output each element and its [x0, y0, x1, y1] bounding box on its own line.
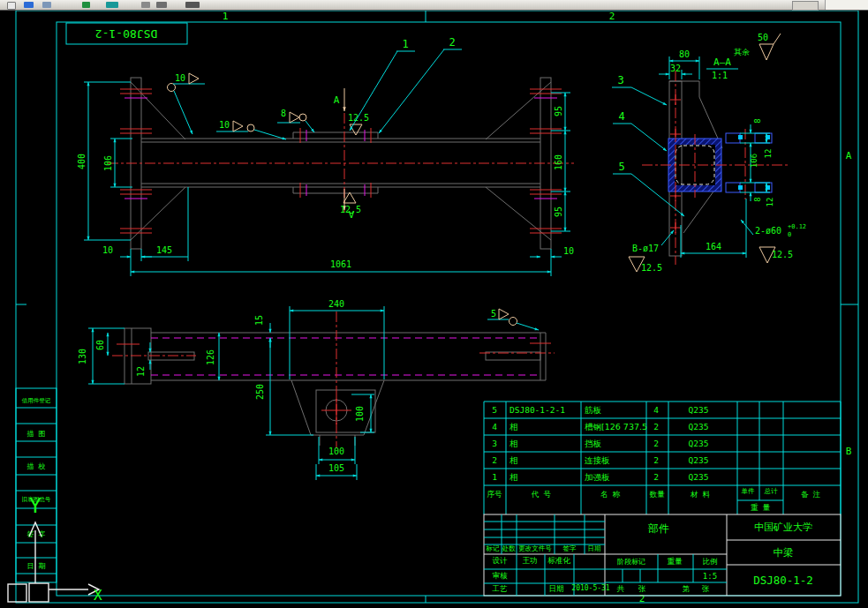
dim-12-bottom: 12	[766, 198, 774, 207]
balloon-2: 2	[449, 36, 455, 49]
svg-text:2: 2	[653, 439, 659, 448]
svg-text:筋板: 筋板	[585, 405, 602, 415]
plot-preview-icon[interactable]	[106, 2, 118, 8]
bom-header-qty: 数量	[650, 490, 666, 499]
roughness-50: 50	[758, 33, 768, 42]
design-name: 王功	[523, 556, 538, 565]
field-date: 日 期	[27, 562, 46, 570]
section-mark-top: A	[334, 94, 340, 106]
command-panel	[825, 0, 868, 10]
weld-size-5: 5	[491, 309, 496, 319]
qiyu-label: 其余	[734, 48, 750, 56]
margin-field-column: 借用件登记 描 图 描 校 旧底图总号 签 字 日 期	[16, 388, 57, 582]
craft-label: 工艺	[492, 584, 509, 593]
dim-12-top: 12	[764, 149, 773, 159]
svg-text:5: 5	[492, 405, 497, 415]
general-roughness-note: 其余 50	[734, 33, 781, 60]
detail-view-geometry[interactable]	[642, 71, 789, 265]
note-b-d17: B-ø17	[632, 244, 659, 253]
svg-text:4: 4	[653, 405, 659, 415]
dim-240: 240	[328, 299, 344, 309]
svg-text:1: 1	[492, 472, 497, 482]
dim-164: 164	[706, 242, 721, 251]
stage-label: 阶段标记	[617, 558, 645, 566]
bom-row: 1 相 加强板 2 Q235	[492, 472, 708, 482]
sheets-unit2: 张	[702, 584, 710, 593]
svg-text:Q235: Q235	[689, 422, 709, 432]
dim-160: 160	[554, 154, 563, 170]
dim-100-vert: 100	[355, 406, 365, 422]
dim-126: 126	[206, 349, 215, 365]
balloon-3: 3	[617, 74, 623, 86]
model-space-canvas[interactable]: 1 2 2 A B DSJ80-1-2 其余 50	[0, 0, 868, 608]
dim-106-detail: 106	[750, 154, 759, 168]
title-block: 标记 处数 更改文件号 签字 日期 设计 王功 标准化 审核 工艺 日期 阶段标…	[484, 514, 841, 596]
bom-row: 5 DSJ80-1-2-1 筋板 4 Q235	[492, 405, 708, 415]
section-rough-top: 12.5	[348, 113, 369, 123]
dim-60: 60	[95, 340, 105, 350]
bom-row: 4 相 槽钢[126 737.5 2 Q235	[492, 422, 708, 432]
weld-symbol-plan: 5	[487, 309, 539, 330]
svg-text:Q235: Q235	[689, 455, 709, 465]
zone-label-1: 1	[223, 11, 229, 22]
svg-text:相: 相	[509, 472, 518, 482]
svg-text:3: 3	[492, 439, 497, 448]
dim-400: 400	[77, 154, 87, 169]
weld-size-1: 10	[175, 73, 185, 83]
zoom-button[interactable]	[792, 1, 819, 11]
main-view-geometry[interactable]	[108, 78, 574, 249]
bom-table: 5 DSJ80-1-2-1 筋板 4 Q235 4 相 槽钢[126 737.5…	[484, 402, 841, 514]
sheets-unit1: 张	[638, 584, 646, 593]
dim-1061: 1061	[330, 259, 351, 269]
bom-header-weight: 重 量	[751, 503, 771, 512]
undo-icon[interactable]	[141, 2, 150, 8]
svg-text:4: 4	[492, 422, 497, 432]
svg-text:挡板: 挡板	[585, 439, 602, 448]
svg-text:加强板: 加强板	[585, 472, 610, 482]
dim-130: 130	[78, 349, 87, 364]
ucs-icon: Y X	[8, 494, 102, 604]
zone-label-a: A	[846, 150, 852, 161]
plan-view-geometry[interactable]	[112, 312, 555, 448]
svg-text:Q235: Q235	[689, 439, 709, 448]
bom-header-unit: 单件	[742, 487, 756, 495]
svg-text:DSJ80-1-2-1: DSJ80-1-2-1	[509, 405, 565, 415]
drawing-number: DSJ80-1-2	[753, 574, 813, 587]
scale-value: 1:5	[703, 572, 717, 581]
rev-date-label: 日期	[588, 544, 601, 552]
zone-label-2-top: 2	[609, 11, 615, 22]
weld-size-2: 10	[219, 120, 230, 130]
section-cut-marks: A A 12.5 12.5	[334, 88, 369, 220]
pan-icon[interactable]	[185, 2, 200, 8]
note-2xd60-rough: 12.5	[772, 250, 793, 259]
bom-header-remark: 备 注	[801, 490, 821, 499]
field-trace-check: 描 校	[27, 462, 46, 470]
design-label: 设计	[493, 556, 509, 565]
part-name: 中梁	[774, 546, 794, 559]
dim-106: 106	[103, 155, 113, 171]
note-2xd60-tol-dn: 0	[788, 231, 791, 238]
balloon-5: 5	[618, 161, 624, 173]
save-icon[interactable]	[42, 2, 51, 8]
dim-250: 250	[255, 384, 265, 400]
dim-8-bottom: 8	[753, 197, 762, 201]
bom-header-name: 名 称	[600, 490, 621, 499]
svg-text:2: 2	[653, 422, 659, 432]
date-label: 日期	[549, 584, 564, 593]
redo-icon[interactable]	[156, 2, 167, 8]
dim-12-plan: 12	[136, 366, 146, 377]
check-label: 审核	[493, 571, 509, 580]
print-icon[interactable]	[82, 2, 90, 8]
field-trace-drawing: 描 图	[27, 430, 46, 438]
rev-mark-label: 标记	[486, 544, 501, 552]
cad-window: 1 2 2 A B DSJ80-1-2 其余 50	[0, 0, 868, 608]
detail-view-label: A—A 1:1	[706, 56, 738, 80]
new-file-icon[interactable]	[7, 2, 16, 10]
svg-text:连接板: 连接板	[585, 455, 610, 465]
open-file-icon[interactable]	[24, 2, 34, 8]
weight-label: 重量	[668, 557, 683, 566]
sheets-total-label: 共	[616, 584, 625, 593]
bom-row: 3 相 挡板 2 Q235	[492, 439, 708, 448]
ucs-x-label: X	[94, 587, 102, 604]
svg-text:槽钢[126 737.5: 槽钢[126 737.5	[585, 422, 647, 432]
